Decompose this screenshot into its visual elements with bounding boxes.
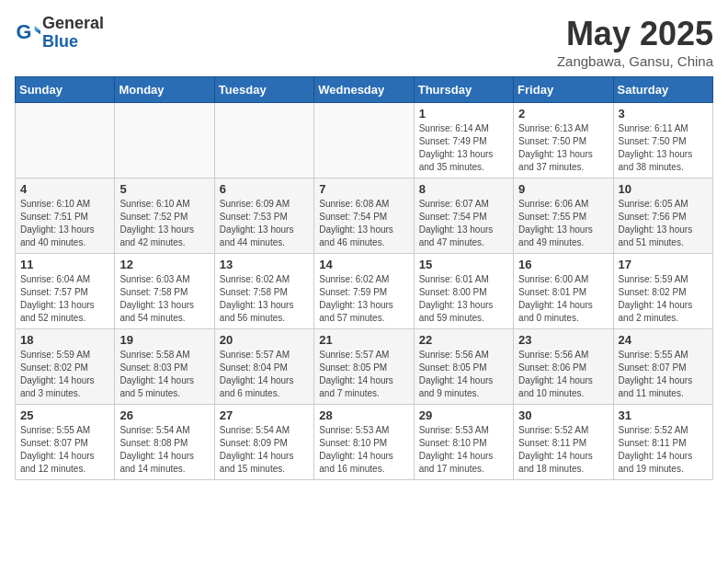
day-info: Sunrise: 5:59 AM Sunset: 8:02 PM Dayligh… [20,349,109,400]
day-info: Sunrise: 5:56 AM Sunset: 8:05 PM Dayligh… [419,349,508,400]
day-number: 2 [518,107,608,121]
weekday-header-tuesday: Tuesday [214,77,313,103]
day-cell: 27Sunrise: 5:54 AM Sunset: 8:09 PM Dayli… [214,405,313,480]
day-number: 27 [220,408,309,422]
day-cell: 17Sunrise: 5:59 AM Sunset: 8:02 PM Dayli… [613,254,712,329]
week-row-4: 18Sunrise: 5:59 AM Sunset: 8:02 PM Dayli… [16,329,713,405]
week-row-2: 4Sunrise: 6:10 AM Sunset: 7:51 PM Daylig… [16,178,713,254]
weekday-header-wednesday: Wednesday [314,77,414,103]
day-cell: 14Sunrise: 6:02 AM Sunset: 7:59 PM Dayli… [314,254,414,329]
day-info: Sunrise: 6:07 AM Sunset: 7:54 PM Dayligh… [419,198,508,249]
logo-blue: Blue [42,33,104,52]
day-number: 4 [20,182,109,196]
week-row-3: 11Sunrise: 6:04 AM Sunset: 7:57 PM Dayli… [16,254,713,329]
day-info: Sunrise: 6:06 AM Sunset: 7:55 PM Dayligh… [518,198,608,249]
day-number: 15 [419,258,508,271]
calendar-location: Zangbawa, Gansu, China [557,53,713,69]
weekday-header-friday: Friday [514,77,613,103]
day-number: 25 [20,408,109,422]
page-header: G General Blue May 2025 Zangbawa, Gansu,… [15,15,713,69]
day-cell: 4Sunrise: 6:10 AM Sunset: 7:51 PM Daylig… [16,178,115,254]
day-info: Sunrise: 5:54 AM Sunset: 8:08 PM Dayligh… [119,424,209,476]
day-info: Sunrise: 5:57 AM Sunset: 8:04 PM Dayligh… [220,349,309,400]
day-cell [16,103,115,178]
day-number: 5 [119,182,209,196]
day-info: Sunrise: 6:09 AM Sunset: 7:53 PM Dayligh… [220,198,309,249]
day-info: Sunrise: 6:10 AM Sunset: 7:52 PM Dayligh… [119,198,209,249]
day-info: Sunrise: 6:14 AM Sunset: 7:49 PM Dayligh… [419,122,508,174]
day-info: Sunrise: 6:08 AM Sunset: 7:54 PM Dayligh… [319,198,408,249]
day-info: Sunrise: 5:53 AM Sunset: 8:10 PM Dayligh… [319,424,408,476]
day-info: Sunrise: 5:53 AM Sunset: 8:10 PM Dayligh… [419,424,508,476]
day-number: 14 [319,258,408,271]
svg-marker-2 [35,30,40,35]
day-cell: 8Sunrise: 6:07 AM Sunset: 7:54 PM Daylig… [414,178,513,254]
day-cell [314,103,414,178]
day-number: 13 [220,258,309,271]
day-info: Sunrise: 5:52 AM Sunset: 8:11 PM Dayligh… [619,424,708,476]
day-cell: 13Sunrise: 6:02 AM Sunset: 7:58 PM Dayli… [214,254,313,329]
day-number: 8 [419,182,508,196]
day-cell [115,103,214,178]
day-info: Sunrise: 5:58 AM Sunset: 8:03 PM Dayligh… [119,349,209,400]
day-info: Sunrise: 5:55 AM Sunset: 8:07 PM Dayligh… [619,349,708,400]
day-info: Sunrise: 6:02 AM Sunset: 7:58 PM Dayligh… [220,273,309,325]
svg-text:G: G [17,20,32,43]
day-info: Sunrise: 6:00 AM Sunset: 8:01 PM Dayligh… [518,273,608,325]
day-number: 9 [518,182,608,196]
weekday-header-saturday: Saturday [613,77,712,103]
day-number: 1 [419,107,508,121]
calendar-title: May 2025 [557,15,713,53]
day-number: 29 [419,408,508,422]
logo-text: General Blue [42,15,104,52]
day-number: 30 [518,408,608,422]
day-number: 18 [20,333,109,347]
day-cell: 16Sunrise: 6:00 AM Sunset: 8:01 PM Dayli… [514,254,613,329]
day-cell: 29Sunrise: 5:53 AM Sunset: 8:10 PM Dayli… [414,405,513,480]
day-cell: 10Sunrise: 6:05 AM Sunset: 7:56 PM Dayli… [613,178,712,254]
day-number: 10 [619,182,708,196]
day-cell: 19Sunrise: 5:58 AM Sunset: 8:03 PM Dayli… [115,329,214,405]
day-cell: 9Sunrise: 6:06 AM Sunset: 7:55 PM Daylig… [514,178,613,254]
calendar-table: SundayMondayTuesdayWednesdayThursdayFrid… [15,76,713,480]
day-info: Sunrise: 5:56 AM Sunset: 8:06 PM Dayligh… [518,349,608,400]
day-cell: 2Sunrise: 6:13 AM Sunset: 7:50 PM Daylig… [514,103,613,178]
day-info: Sunrise: 6:13 AM Sunset: 7:50 PM Dayligh… [518,122,608,174]
day-cell: 25Sunrise: 5:55 AM Sunset: 8:07 PM Dayli… [16,405,115,480]
day-cell: 24Sunrise: 5:55 AM Sunset: 8:07 PM Dayli… [613,329,712,405]
weekday-header-row: SundayMondayTuesdayWednesdayThursdayFrid… [16,77,713,103]
day-number: 21 [319,333,408,347]
day-info: Sunrise: 6:10 AM Sunset: 7:51 PM Dayligh… [20,198,109,249]
day-cell: 5Sunrise: 6:10 AM Sunset: 7:52 PM Daylig… [115,178,214,254]
day-cell: 20Sunrise: 5:57 AM Sunset: 8:04 PM Dayli… [214,329,313,405]
logo-general: General [42,15,104,33]
day-number: 31 [619,408,708,422]
logo-icon: G [15,20,40,46]
day-cell: 3Sunrise: 6:11 AM Sunset: 7:50 PM Daylig… [613,103,712,178]
day-cell: 6Sunrise: 6:09 AM Sunset: 7:53 PM Daylig… [214,178,313,254]
weekday-header-thursday: Thursday [414,77,513,103]
day-number: 12 [119,258,209,271]
day-number: 7 [319,182,408,196]
day-info: Sunrise: 6:01 AM Sunset: 8:00 PM Dayligh… [419,273,508,325]
day-cell: 15Sunrise: 6:01 AM Sunset: 8:00 PM Dayli… [414,254,513,329]
day-cell: 7Sunrise: 6:08 AM Sunset: 7:54 PM Daylig… [314,178,414,254]
day-cell: 23Sunrise: 5:56 AM Sunset: 8:06 PM Dayli… [514,329,613,405]
day-info: Sunrise: 6:04 AM Sunset: 7:57 PM Dayligh… [20,273,109,325]
day-info: Sunrise: 6:03 AM Sunset: 7:58 PM Dayligh… [119,273,209,325]
day-number: 28 [319,408,408,422]
day-cell: 31Sunrise: 5:52 AM Sunset: 8:11 PM Dayli… [613,405,712,480]
weekday-header-monday: Monday [115,77,214,103]
day-cell: 12Sunrise: 6:03 AM Sunset: 7:58 PM Dayli… [115,254,214,329]
day-cell: 18Sunrise: 5:59 AM Sunset: 8:02 PM Dayli… [16,329,115,405]
day-cell: 11Sunrise: 6:04 AM Sunset: 7:57 PM Dayli… [16,254,115,329]
week-row-5: 25Sunrise: 5:55 AM Sunset: 8:07 PM Dayli… [16,405,713,480]
day-info: Sunrise: 5:54 AM Sunset: 8:09 PM Dayligh… [220,424,309,476]
day-info: Sunrise: 6:11 AM Sunset: 7:50 PM Dayligh… [619,122,708,174]
day-info: Sunrise: 6:05 AM Sunset: 7:56 PM Dayligh… [619,198,708,249]
day-cell: 30Sunrise: 5:52 AM Sunset: 8:11 PM Dayli… [514,405,613,480]
day-cell: 1Sunrise: 6:14 AM Sunset: 7:49 PM Daylig… [414,103,513,178]
title-block: May 2025 Zangbawa, Gansu, China [557,15,713,69]
day-number: 11 [20,258,109,271]
day-number: 24 [619,333,708,347]
